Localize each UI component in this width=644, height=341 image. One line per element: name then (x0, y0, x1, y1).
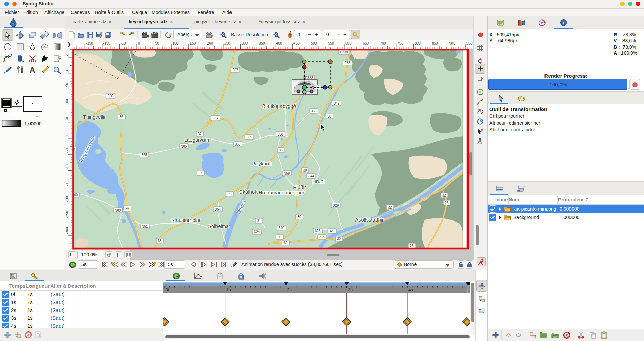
svg-text:359: 359 (284, 172, 290, 175)
svg-text:37: 37 (198, 132, 202, 136)
svg-text:-300: -300 (65, 227, 69, 234)
svg-text:-50: -50 (65, 148, 69, 153)
svg-text:366: 366 (235, 142, 241, 146)
svg-text:32: 32 (284, 241, 288, 245)
svg-text:400: 400 (276, 41, 282, 45)
svg-text:35: 35 (158, 239, 162, 243)
svg-text:-50: -50 (120, 41, 126, 45)
svg-text:2s: 2s (287, 287, 292, 292)
svg-text:32: 32 (442, 193, 446, 197)
svg-text:850: 850 (432, 41, 438, 45)
svg-text:36: 36 (125, 207, 129, 211)
svg-text:-100: -100 (103, 41, 110, 45)
svg-text:600: 600 (345, 41, 352, 45)
svg-text:340: 340 (279, 226, 285, 230)
svg-text:800: 800 (415, 41, 421, 45)
svg-text:Hruni: Hruni (312, 178, 325, 184)
svg-text:-250: -250 (65, 211, 69, 218)
svg-text:Bláskógabyggð: Bláskógabyggð (262, 103, 296, 109)
svg-text:Reykholt: Reykholt (252, 161, 272, 166)
svg-text:Skálholt: Skálholt (239, 189, 258, 195)
svg-text:35: 35 (279, 148, 283, 152)
svg-text:<>: <> (239, 275, 243, 279)
svg-text:354: 354 (215, 207, 221, 211)
svg-text:Thingvellir: Thingvellir (83, 114, 106, 120)
svg-text:30: 30 (303, 168, 307, 172)
svg-text:329: 329 (333, 204, 339, 207)
svg-text:F35: F35 (344, 61, 351, 65)
svg-text:500: 500 (311, 41, 317, 45)
svg-text:Hrunamannahreppur: Hrunamannahreppur (259, 190, 304, 195)
svg-text:365: 365 (142, 153, 147, 157)
svg-text:550: 550 (108, 94, 114, 98)
svg-text:326: 326 (315, 229, 321, 233)
svg-text:350: 350 (259, 41, 265, 45)
svg-text:337: 337 (213, 116, 219, 120)
svg-text:0: 0 (65, 135, 69, 137)
svg-text:Sólheimar: Sólheimar (208, 224, 230, 229)
svg-text:32: 32 (388, 205, 392, 209)
svg-text:450: 450 (293, 41, 300, 45)
svg-text:355: 355 (247, 135, 252, 139)
svg-text:0f: 0f (166, 287, 169, 292)
svg-text:30: 30 (277, 235, 281, 239)
svg-text:900: 900 (449, 41, 456, 45)
svg-text:344: 344 (308, 174, 314, 178)
svg-text:365: 365 (181, 144, 187, 148)
svg-text:358: 358 (311, 109, 317, 113)
svg-text:1s: 1s (226, 287, 231, 292)
svg-text:50: 50 (65, 117, 69, 121)
svg-text:200: 200 (207, 41, 213, 45)
svg-text:750: 750 (397, 41, 404, 45)
svg-text:200: 200 (65, 67, 69, 73)
svg-text:35: 35 (227, 192, 232, 196)
svg-text:349: 349 (334, 102, 340, 105)
svg-text:-100: -100 (65, 162, 69, 169)
svg-text:-150: -150 (65, 178, 69, 186)
svg-text:950: 950 (466, 41, 473, 45)
svg-text:30: 30 (327, 115, 331, 118)
svg-text:300: 300 (242, 41, 248, 45)
svg-text:324: 324 (254, 230, 260, 234)
svg-text:Laugarvatn: Laugarvatn (184, 137, 209, 143)
svg-text:250: 250 (65, 50, 69, 56)
svg-text:0: 0 (138, 41, 140, 45)
svg-text:4s: 4s (408, 287, 413, 292)
svg-text:F333: F333 (305, 76, 313, 80)
svg-text:32: 32 (337, 237, 341, 241)
svg-text:650: 650 (363, 41, 369, 45)
svg-text:-200: -200 (65, 195, 69, 202)
svg-text:550: 550 (328, 41, 334, 45)
svg-text:351: 351 (142, 225, 148, 228)
svg-text:325: 325 (319, 235, 325, 239)
svg-text:Flúðir: Flúðir (293, 184, 306, 190)
svg-text:100: 100 (65, 99, 69, 105)
svg-text:26: 26 (410, 244, 414, 248)
svg-text:31: 31 (257, 219, 261, 223)
svg-text:100: 100 (172, 41, 179, 45)
svg-text:250: 250 (224, 41, 231, 45)
svg-text:50: 50 (155, 41, 159, 45)
svg-text:700: 700 (380, 41, 386, 45)
svg-text:150: 150 (190, 41, 196, 45)
svg-text:30: 30 (297, 215, 301, 219)
svg-text:150: 150 (65, 83, 69, 89)
svg-text:i: i (563, 20, 564, 25)
svg-text:-150: -150 (86, 41, 93, 45)
svg-text:Klausturholar: Klausturholar (171, 217, 201, 223)
svg-text:337: 337 (233, 68, 238, 72)
svg-text:328: 328 (329, 229, 335, 233)
svg-text:37: 37 (198, 171, 202, 175)
svg-text:36: 36 (119, 115, 123, 119)
svg-text:Asolfsstadhir: Asolfsstadhir (355, 217, 383, 223)
svg-text:F338: F338 (340, 50, 348, 54)
svg-text:360: 360 (115, 209, 121, 212)
svg-text:26: 26 (445, 201, 449, 205)
svg-text:356: 356 (278, 132, 284, 136)
svg-text:3s: 3s (348, 287, 353, 292)
